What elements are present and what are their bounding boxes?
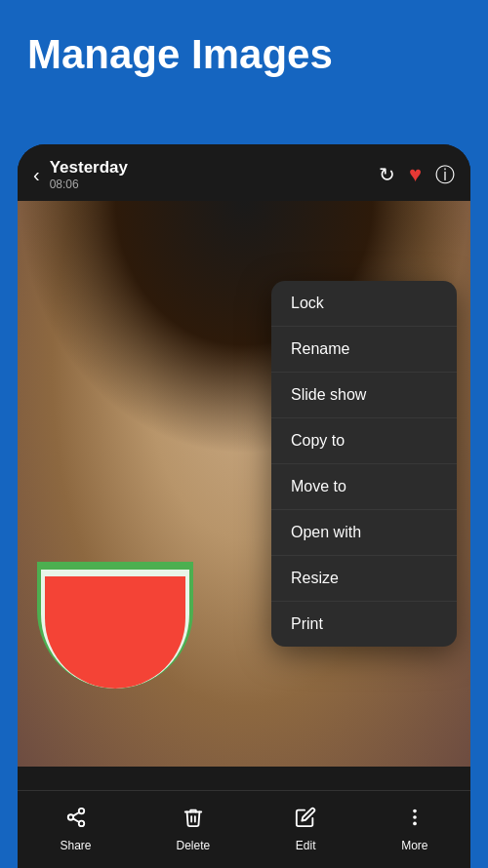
bottom-toolbar: Share Delete Edit [18,790,470,868]
toolbar-edit[interactable]: Edit [279,801,332,858]
edit-label: Edit [296,839,316,852]
toolbar-share[interactable]: Share [44,801,106,858]
watermelon-decoration [37,562,193,689]
svg-line-4 [72,812,78,816]
delete-label: Delete [177,839,211,852]
menu-item-copy-to[interactable]: Copy to [271,418,457,464]
photo-time-subtitle: 08:06 [50,178,369,191]
info-icon[interactable]: ⓘ [435,162,455,188]
svg-line-3 [72,818,78,822]
app-title: Manage Images [27,31,461,78]
context-menu: Lock Rename Slide show Copy to Move to O… [271,281,457,647]
more-label: More [401,839,427,852]
share-label: Share [60,839,91,852]
header-icons: ↻ ♥ ⓘ [379,162,455,188]
svg-point-5 [413,809,417,813]
toolbar-delete[interactable]: Delete [161,801,226,858]
menu-item-resize[interactable]: Resize [271,556,457,602]
menu-item-slideshow[interactable]: Slide show [271,373,457,418]
share-icon [65,807,87,834]
toolbar-more[interactable]: More [386,801,443,858]
svg-point-6 [413,815,417,819]
more-icon [404,807,426,834]
photo-date-title: Yesterday [50,158,369,178]
rotate-icon[interactable]: ↻ [379,163,395,186]
menu-item-print[interactable]: Print [271,602,457,647]
menu-item-rename[interactable]: Rename [271,327,457,373]
phone-frame: ‹ Yesterday 08:06 ↻ ♥ ⓘ Lock Rename Slid [18,144,470,868]
back-button[interactable]: ‹ [33,164,40,186]
phone-header: ‹ Yesterday 08:06 ↻ ♥ ⓘ [18,144,470,201]
menu-item-open-with[interactable]: Open with [271,510,457,556]
top-header: Manage Images [0,0,488,105]
edit-icon [295,807,316,834]
delete-icon [183,807,204,834]
favorite-icon[interactable]: ♥ [409,162,422,187]
menu-item-move-to[interactable]: Move to [271,464,457,510]
photo-view: Lock Rename Slide show Copy to Move to O… [18,201,470,767]
svg-point-7 [413,822,417,826]
header-title-group: Yesterday 08:06 [50,158,369,191]
menu-item-lock[interactable]: Lock [271,281,457,327]
